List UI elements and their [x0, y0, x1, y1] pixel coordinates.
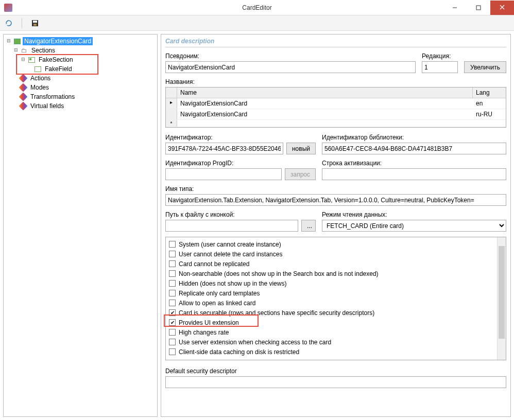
toolbar-separator	[22, 18, 22, 28]
checkbox[interactable]	[169, 260, 176, 267]
check-item-2[interactable]: Card cannot be replicated	[169, 259, 503, 269]
checkbox[interactable]	[169, 241, 176, 248]
grid-row: NavigatorExtensionCard ru-RU	[166, 109, 506, 120]
check-label: High changes rate	[179, 329, 229, 336]
panel-title: Card description	[165, 37, 506, 47]
col-lang[interactable]: Lang	[473, 87, 506, 98]
check-label: Card cannot be replicated	[179, 260, 249, 268]
tree-root[interactable]: NavigatorExtensionCard	[23, 37, 93, 45]
check-item-5[interactable]: Replicate only card templates	[169, 288, 503, 298]
checkbox[interactable]	[169, 300, 176, 306]
id-label: Идентификатор:	[165, 134, 316, 141]
names-label: Названия:	[165, 78, 506, 85]
close-button[interactable]	[490, 1, 514, 15]
readmode-label: Режим чтения данных:	[322, 211, 506, 218]
check-label: Card is securable (rows and sections hav…	[179, 309, 374, 317]
checkbox[interactable]	[169, 319, 176, 326]
tree-fake-field[interactable]: FakeField	[43, 65, 74, 73]
readmode-select[interactable]: FETCH_CARD (Entire card)	[322, 220, 506, 232]
maximize-button[interactable]	[467, 1, 490, 15]
grid-row: ▸ NavigatorExtensionCard en	[166, 98, 506, 109]
checkbox[interactable]	[169, 290, 176, 296]
tree-virtual-fields[interactable]: Virtual fields	[29, 102, 65, 110]
checkbox[interactable]	[169, 280, 176, 287]
folder-icon: 🗀	[20, 47, 28, 54]
alias-input[interactable]	[165, 61, 416, 73]
progid-label: Идентификатор ProgID:	[165, 160, 316, 167]
activation-input[interactable]	[322, 168, 506, 180]
section-icon	[27, 56, 36, 63]
save-button[interactable]	[30, 19, 40, 28]
revision-label: Редакция:	[422, 52, 458, 60]
libid-label: Идентификатор библиотеки:	[322, 134, 506, 141]
check-label: Client-side data caching on disk is rest…	[179, 348, 299, 356]
id-input[interactable]	[165, 143, 283, 154]
checkbox[interactable]	[169, 270, 176, 277]
tree-sections[interactable]: Sections	[30, 46, 57, 55]
diamond-icon	[19, 93, 27, 100]
activation-label: Строка активизации:	[322, 160, 506, 167]
check-item-9[interactable]: High changes rate	[169, 327, 503, 337]
revision-input	[422, 61, 458, 73]
check-item-3[interactable]: Non-searchable (does not show up in the …	[169, 269, 503, 278]
collapse-icon[interactable]: ⊟	[6, 38, 12, 44]
check-item-0[interactable]: System (user cannot create instance)	[169, 239, 503, 249]
check-item-11[interactable]: Client-side data caching on disk is rest…	[169, 347, 503, 357]
check-label: System (user cannot create instance)	[179, 241, 281, 248]
collapse-icon[interactable]: ⊟	[13, 47, 19, 54]
svg-rect-1	[476, 6, 481, 10]
field-icon	[33, 65, 42, 73]
security-label: Default security descriptor	[165, 367, 506, 375]
browse-button[interactable]: ...	[301, 220, 316, 232]
tree-transformations[interactable]: Transformations	[29, 93, 76, 101]
alias-label: Псевдоним:	[165, 52, 416, 60]
check-item-8[interactable]: Provides UI extension	[169, 318, 503, 327]
enlarge-button[interactable]: Увеличить	[464, 61, 506, 73]
collapse-icon[interactable]: ⊟	[20, 57, 26, 63]
row-selector-icon[interactable]: ▸	[166, 98, 177, 109]
request-button: запрос	[285, 168, 316, 180]
diamond-icon	[19, 102, 27, 110]
check-item-1[interactable]: User cannot delete the card instances	[169, 249, 503, 259]
check-item-6[interactable]: Allow to open as linked card	[169, 298, 503, 308]
checkbox[interactable]	[169, 329, 176, 336]
check-item-4[interactable]: Hidden (does not show up in the views)	[169, 278, 503, 288]
scrollbar[interactable]	[497, 237, 506, 360]
iconpath-input[interactable]	[165, 220, 298, 232]
titlebar: CardEditor	[0, 0, 514, 15]
names-grid[interactable]: Name Lang ▸ NavigatorExtensionCard en Na…	[165, 87, 506, 128]
security-input[interactable]	[165, 376, 506, 388]
checkbox[interactable]	[169, 339, 176, 345]
new-row-icon[interactable]: *	[166, 120, 177, 127]
iconpath-label: Путь к файлу с иконкой:	[165, 211, 316, 218]
tree-modes[interactable]: Modes	[29, 83, 50, 92]
diamond-icon	[19, 84, 27, 91]
svg-rect-5	[33, 21, 37, 23]
typename-label: Имя типа:	[165, 185, 506, 192]
svg-rect-6	[33, 24, 37, 26]
checkbox[interactable]	[169, 348, 176, 355]
check-label: Replicate only card templates	[179, 290, 260, 297]
options-checklist: System (user cannot create instance)User…	[165, 237, 506, 360]
col-name[interactable]: Name	[177, 87, 473, 98]
tree-panel: ⊟ NavigatorExtensionCard ⊟ 🗀 Sections ⊟ …	[3, 34, 158, 417]
tree-fake-section[interactable]: FakeSection	[37, 56, 75, 64]
tree-actions[interactable]: Actions	[29, 74, 52, 82]
card-icon	[13, 38, 21, 45]
checkbox[interactable]	[169, 251, 176, 257]
check-label: Hidden (does not show up in the views)	[179, 280, 286, 287]
window-title: CardEditor	[242, 4, 271, 11]
check-item-7[interactable]: Card is securable (rows and sections hav…	[169, 308, 503, 318]
toolbar	[0, 15, 514, 31]
typename-input[interactable]	[165, 194, 506, 206]
check-item-10[interactable]: Use server extension when checking acces…	[169, 337, 503, 347]
app-icon	[4, 4, 12, 12]
new-id-button[interactable]: новый	[286, 143, 316, 154]
minimize-button[interactable]	[443, 1, 467, 15]
checkbox[interactable]	[169, 309, 176, 316]
progid-input[interactable]	[165, 168, 282, 180]
refresh-button[interactable]	[4, 19, 13, 28]
check-label: Provides UI extension	[179, 319, 239, 326]
grid-new-row: *	[166, 120, 506, 127]
check-label: Allow to open as linked card	[179, 300, 255, 307]
